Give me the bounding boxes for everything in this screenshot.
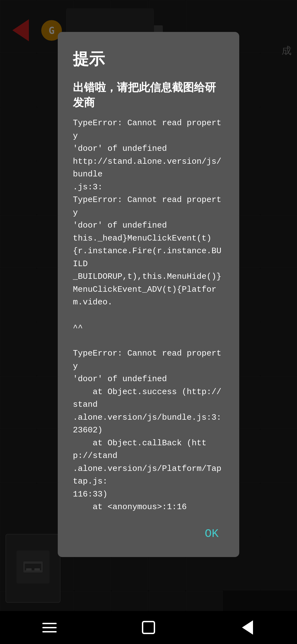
modal-overlay: 提示 出错啦，请把此信息截图给研发商 TypeError: Cannot rea…: [0, 0, 297, 644]
dialog-ok-container: OK: [73, 525, 224, 543]
dialog-title: 提示: [73, 48, 224, 70]
hamburger-icon: [42, 623, 57, 632]
error-dialog: 提示 出错啦，请把此信息截图给研发商 TypeError: Cannot rea…: [58, 32, 239, 557]
back-nav-icon: [242, 620, 253, 635]
menu-button[interactable]: [38, 616, 61, 638]
back-nav-button[interactable]: [237, 616, 258, 638]
dialog-body: TypeError: Cannot read property 'door' o…: [73, 117, 224, 514]
square-icon: [142, 621, 155, 634]
nav-bar: [0, 611, 297, 644]
ok-button[interactable]: OK: [199, 525, 224, 543]
dialog-subtitle: 出错啦，请把此信息截图给研发商: [73, 80, 224, 110]
home-button[interactable]: [138, 616, 160, 638]
